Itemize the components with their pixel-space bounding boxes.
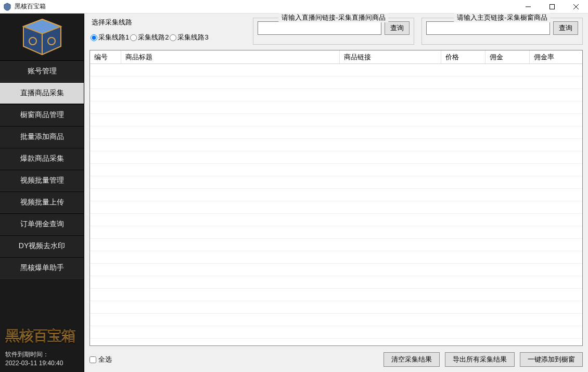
route-label: 选择采集线路 [91, 18, 245, 30]
svg-rect-1 [550, 4, 555, 9]
table-row [90, 101, 582, 114]
brand-box: 黑核百宝箱 [0, 322, 84, 348]
select-all-checkbox[interactable]: 全选 [90, 355, 112, 364]
top-panel: 选择采集线路 采集线路1 采集线路2 采集线路3 [84, 14, 588, 50]
app-icon [3, 3, 11, 11]
expiry-value: 2022-03-11 19:40:40 [5, 360, 63, 367]
add-to-window-button[interactable]: 一键添加到橱窗 [520, 352, 583, 367]
maximize-button[interactable] [540, 0, 564, 14]
sidebar-item-hot-collect[interactable]: 爆款商品采集 [0, 148, 84, 170]
expiry-info: 软件到期时间： 2022-03-11 19:40:40 [0, 348, 84, 372]
select-all-input[interactable] [90, 356, 96, 363]
clear-results-button[interactable]: 清空采集结果 [384, 352, 440, 367]
table-header: 编号 商品标题 商品链接 价格 佣金 佣金率 [90, 50, 582, 64]
sidebar-item-commission[interactable]: 订单佣金查询 [0, 213, 84, 235]
chest-icon [16, 16, 68, 58]
live-link-input[interactable] [258, 21, 381, 35]
window-title: 黑核百宝箱 [15, 2, 46, 11]
sidebar: 账号管理 直播商品采集 橱窗商品管理 批量添加商品 爆款商品采集 视频批量管理 … [0, 14, 84, 372]
home-link-group: 请输入主页链接-采集橱窗商品 查询 [421, 18, 583, 45]
brand-text: 黑核百宝箱 [5, 326, 79, 346]
table-body [90, 64, 582, 339]
col-link[interactable]: 商品链接 [340, 50, 441, 63]
table-row [90, 151, 582, 164]
bottom-bar: 全选 清空采集结果 导出所有采集结果 一键添加到橱窗 [84, 349, 588, 372]
table-row [90, 189, 582, 201]
expiry-label: 软件到期时间： [5, 351, 49, 358]
close-button[interactable] [564, 0, 588, 14]
table-row [90, 226, 582, 239]
col-price[interactable]: 价格 [441, 50, 485, 63]
route-option-2[interactable]: 采集线路2 [130, 33, 169, 42]
table-row [90, 301, 582, 314]
route-radio-2[interactable] [130, 34, 137, 41]
live-group-title: 请输入直播间链接-采集直播间商品 [278, 13, 388, 22]
table-row [90, 201, 582, 214]
table-row [90, 164, 582, 176]
col-title[interactable]: 商品标题 [121, 50, 340, 63]
col-commission[interactable]: 佣金 [485, 50, 530, 63]
sidebar-item-video-upload[interactable]: 视频批量上传 [0, 191, 84, 213]
sidebar-item-live-collect[interactable]: 直播商品采集 [0, 82, 84, 104]
table-row [90, 114, 582, 126]
sidebar-item-watermark[interactable]: DY视频去水印 [0, 235, 84, 257]
table-row [90, 214, 582, 226]
home-query-button[interactable]: 查询 [553, 21, 578, 35]
route-option-3[interactable]: 采集线路3 [170, 33, 208, 42]
table-row [90, 64, 582, 76]
table-row [90, 176, 582, 189]
table-row [90, 239, 582, 251]
route-group: 选择采集线路 采集线路1 采集线路2 采集线路3 [90, 18, 246, 45]
live-query-button[interactable]: 查询 [385, 21, 410, 35]
table-row [90, 76, 582, 89]
table-row [90, 276, 582, 289]
live-link-group: 请输入直播间链接-采集直播间商品 查询 [253, 18, 414, 45]
home-link-input[interactable] [426, 21, 550, 35]
minimize-button[interactable] [516, 0, 540, 14]
table-row [90, 264, 582, 276]
route-radio-3[interactable] [170, 34, 176, 41]
sidebar-item-video-manage[interactable]: 视频批量管理 [0, 170, 84, 191]
table-row [90, 326, 582, 339]
sidebar-item-batch-add[interactable]: 批量添加商品 [0, 126, 84, 148]
col-rate[interactable]: 佣金率 [530, 50, 582, 63]
table-row [90, 126, 582, 139]
sidebar-item-account[interactable]: 账号管理 [0, 60, 84, 82]
sidebar-item-window-manage[interactable]: 橱窗商品管理 [0, 104, 84, 126]
table-row [90, 89, 582, 101]
route-radio-1[interactable] [91, 34, 97, 41]
table-row [90, 251, 582, 264]
col-id[interactable]: 编号 [90, 50, 121, 63]
table-row [90, 139, 582, 151]
titlebar: 黑核百宝箱 [0, 0, 588, 14]
home-group-title: 请输入主页链接-采集橱窗商品 [454, 13, 550, 22]
window-controls [516, 0, 588, 14]
main-panel: 选择采集线路 采集线路1 采集线路2 采集线路3 [84, 14, 588, 372]
results-table: 编号 商品标题 商品链接 价格 佣金 佣金率 [90, 50, 583, 346]
table-row [90, 289, 582, 301]
route-option-1[interactable]: 采集线路1 [91, 33, 129, 42]
table-row [90, 314, 582, 326]
export-results-button[interactable]: 导出所有采集结果 [445, 352, 515, 367]
logo-box [0, 14, 84, 60]
sidebar-item-order-helper[interactable]: 黑核爆单助手 [0, 257, 84, 279]
